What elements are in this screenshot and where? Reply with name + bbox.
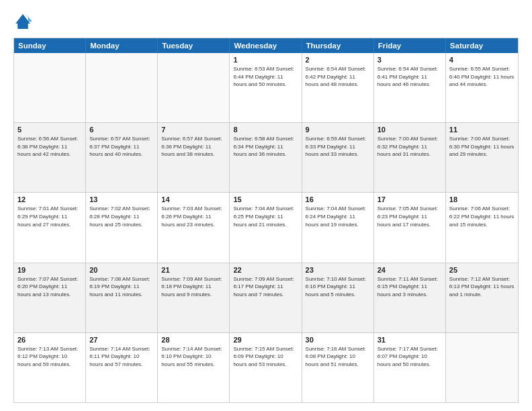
- weekday-header-monday: Monday: [86, 38, 158, 53]
- day-info: Sunrise: 7:00 AM Sunset: 6:32 PM Dayligh…: [378, 135, 442, 158]
- day-number: 10: [378, 126, 442, 134]
- day-number: 2: [306, 56, 370, 64]
- day-cell-10: 10Sunrise: 7:00 AM Sunset: 6:32 PM Dayli…: [374, 123, 446, 192]
- empty-cell-r4c6: [446, 333, 518, 402]
- day-cell-25: 25Sunrise: 7:12 AM Sunset: 6:13 PM Dayli…: [446, 263, 518, 332]
- day-info: Sunrise: 7:12 AM Sunset: 6:13 PM Dayligh…: [449, 275, 515, 299]
- day-cell-13: 13Sunrise: 7:02 AM Sunset: 6:28 PM Dayli…: [86, 193, 158, 262]
- day-cell-24: 24Sunrise: 7:11 AM Sunset: 6:15 PM Dayli…: [374, 263, 446, 332]
- weekday-header-saturday: Saturday: [446, 38, 518, 53]
- day-cell-5: 5Sunrise: 6:56 AM Sunset: 6:38 PM Daylig…: [14, 123, 86, 192]
- day-number: 24: [378, 266, 442, 274]
- day-number: 9: [306, 126, 370, 134]
- day-number: 27: [89, 336, 154, 344]
- day-number: 18: [449, 195, 515, 203]
- weekday-header-wednesday: Wednesday: [230, 38, 302, 53]
- day-info: Sunrise: 7:04 AM Sunset: 6:25 PM Dayligh…: [233, 205, 298, 228]
- empty-cell-r0c2: [158, 53, 230, 122]
- day-number: 21: [161, 266, 226, 274]
- day-number: 17: [378, 195, 442, 203]
- day-info: Sunrise: 6:58 AM Sunset: 6:34 PM Dayligh…: [233, 135, 298, 158]
- day-info: Sunrise: 7:09 AM Sunset: 6:17 PM Dayligh…: [233, 275, 298, 299]
- day-cell-8: 8Sunrise: 6:58 AM Sunset: 6:34 PM Daylig…: [230, 123, 302, 192]
- header: [13, 12, 519, 31]
- day-cell-9: 9Sunrise: 6:59 AM Sunset: 6:33 PM Daylig…: [302, 123, 374, 192]
- day-info: Sunrise: 7:16 AM Sunset: 6:08 PM Dayligh…: [306, 345, 370, 369]
- day-number: 28: [161, 336, 226, 344]
- day-info: Sunrise: 6:53 AM Sunset: 6:44 PM Dayligh…: [233, 65, 298, 89]
- day-info: Sunrise: 7:17 AM Sunset: 6:07 PM Dayligh…: [378, 345, 442, 369]
- day-info: Sunrise: 7:14 AM Sunset: 6:10 PM Dayligh…: [161, 345, 226, 369]
- day-info: Sunrise: 7:05 AM Sunset: 6:23 PM Dayligh…: [378, 205, 442, 228]
- day-number: 31: [378, 336, 442, 344]
- day-number: 4: [449, 56, 515, 64]
- day-cell-27: 27Sunrise: 7:14 AM Sunset: 6:11 PM Dayli…: [86, 333, 158, 402]
- day-info: Sunrise: 7:02 AM Sunset: 6:28 PM Dayligh…: [89, 205, 154, 228]
- day-number: 26: [17, 336, 82, 344]
- day-info: Sunrise: 7:14 AM Sunset: 6:11 PM Dayligh…: [89, 345, 154, 369]
- day-cell-17: 17Sunrise: 7:05 AM Sunset: 6:23 PM Dayli…: [374, 193, 446, 262]
- day-cell-14: 14Sunrise: 7:03 AM Sunset: 6:26 PM Dayli…: [158, 193, 230, 262]
- day-number: 5: [17, 126, 82, 134]
- day-cell-2: 2Sunrise: 6:54 AM Sunset: 6:42 PM Daylig…: [302, 53, 374, 122]
- day-info: Sunrise: 6:54 AM Sunset: 6:41 PM Dayligh…: [378, 65, 442, 89]
- day-info: Sunrise: 7:06 AM Sunset: 6:22 PM Dayligh…: [449, 205, 515, 228]
- day-info: Sunrise: 6:56 AM Sunset: 6:38 PM Dayligh…: [17, 135, 82, 158]
- day-number: 1: [233, 56, 298, 64]
- day-cell-31: 31Sunrise: 7:17 AM Sunset: 6:07 PM Dayli…: [374, 333, 446, 402]
- logo: [13, 12, 35, 31]
- day-cell-3: 3Sunrise: 6:54 AM Sunset: 6:41 PM Daylig…: [374, 53, 446, 122]
- calendar-row-0: 1Sunrise: 6:53 AM Sunset: 6:44 PM Daylig…: [14, 53, 518, 122]
- day-cell-30: 30Sunrise: 7:16 AM Sunset: 6:08 PM Dayli…: [302, 333, 374, 402]
- day-info: Sunrise: 6:54 AM Sunset: 6:42 PM Dayligh…: [306, 65, 370, 89]
- day-cell-12: 12Sunrise: 7:01 AM Sunset: 6:29 PM Dayli…: [14, 193, 86, 262]
- day-number: 25: [449, 266, 515, 274]
- day-info: Sunrise: 7:15 AM Sunset: 6:09 PM Dayligh…: [233, 345, 298, 369]
- day-info: Sunrise: 7:00 AM Sunset: 6:30 PM Dayligh…: [449, 135, 515, 158]
- svg-marker-0: [15, 14, 30, 29]
- calendar-row-3: 19Sunrise: 7:07 AM Sunset: 6:20 PM Dayli…: [14, 263, 518, 332]
- calendar-header: SundayMondayTuesdayWednesdayThursdayFrid…: [14, 38, 518, 53]
- calendar-row-2: 12Sunrise: 7:01 AM Sunset: 6:29 PM Dayli…: [14, 192, 518, 262]
- calendar-row-1: 5Sunrise: 6:56 AM Sunset: 6:38 PM Daylig…: [14, 122, 518, 192]
- day-info: Sunrise: 6:55 AM Sunset: 6:40 PM Dayligh…: [449, 65, 515, 89]
- day-number: 22: [233, 266, 298, 274]
- day-info: Sunrise: 7:01 AM Sunset: 6:29 PM Dayligh…: [17, 205, 82, 228]
- logo-icon: [13, 12, 32, 31]
- empty-cell-r0c1: [86, 53, 158, 122]
- day-cell-15: 15Sunrise: 7:04 AM Sunset: 6:25 PM Dayli…: [230, 193, 302, 262]
- day-cell-1: 1Sunrise: 6:53 AM Sunset: 6:44 PM Daylig…: [230, 53, 302, 122]
- weekday-header-tuesday: Tuesday: [158, 38, 230, 53]
- day-number: 8: [233, 126, 298, 134]
- day-info: Sunrise: 7:04 AM Sunset: 6:24 PM Dayligh…: [306, 205, 370, 228]
- day-info: Sunrise: 7:10 AM Sunset: 6:16 PM Dayligh…: [306, 275, 370, 299]
- calendar: SundayMondayTuesdayWednesdayThursdayFrid…: [13, 38, 519, 403]
- day-cell-16: 16Sunrise: 7:04 AM Sunset: 6:24 PM Dayli…: [302, 193, 374, 262]
- day-cell-11: 11Sunrise: 7:00 AM Sunset: 6:30 PM Dayli…: [446, 123, 518, 192]
- calendar-row-4: 26Sunrise: 7:13 AM Sunset: 6:12 PM Dayli…: [14, 332, 518, 402]
- day-cell-6: 6Sunrise: 6:57 AM Sunset: 6:37 PM Daylig…: [86, 123, 158, 192]
- day-cell-26: 26Sunrise: 7:13 AM Sunset: 6:12 PM Dayli…: [14, 333, 86, 402]
- day-number: 15: [233, 195, 298, 203]
- day-number: 12: [17, 195, 82, 203]
- day-number: 6: [89, 126, 154, 134]
- day-number: 3: [378, 56, 442, 64]
- day-number: 13: [89, 195, 154, 203]
- weekday-header-sunday: Sunday: [14, 38, 86, 53]
- weekday-header-thursday: Thursday: [302, 38, 374, 53]
- day-number: 7: [161, 126, 226, 134]
- day-number: 19: [17, 266, 82, 274]
- day-cell-29: 29Sunrise: 7:15 AM Sunset: 6:09 PM Dayli…: [230, 333, 302, 402]
- day-info: Sunrise: 7:07 AM Sunset: 6:20 PM Dayligh…: [17, 275, 82, 299]
- day-info: Sunrise: 7:09 AM Sunset: 6:18 PM Dayligh…: [161, 275, 226, 299]
- day-info: Sunrise: 7:11 AM Sunset: 6:15 PM Dayligh…: [378, 275, 442, 299]
- day-number: 29: [233, 336, 298, 344]
- page: SundayMondayTuesdayWednesdayThursdayFrid…: [0, 0, 532, 411]
- calendar-body: 1Sunrise: 6:53 AM Sunset: 6:44 PM Daylig…: [14, 53, 518, 402]
- day-number: 20: [89, 266, 154, 274]
- day-cell-28: 28Sunrise: 7:14 AM Sunset: 6:10 PM Dayli…: [158, 333, 230, 402]
- weekday-header-friday: Friday: [374, 38, 446, 53]
- day-info: Sunrise: 6:57 AM Sunset: 6:36 PM Dayligh…: [161, 135, 226, 158]
- day-cell-23: 23Sunrise: 7:10 AM Sunset: 6:16 PM Dayli…: [302, 263, 374, 332]
- day-info: Sunrise: 7:03 AM Sunset: 6:26 PM Dayligh…: [161, 205, 226, 228]
